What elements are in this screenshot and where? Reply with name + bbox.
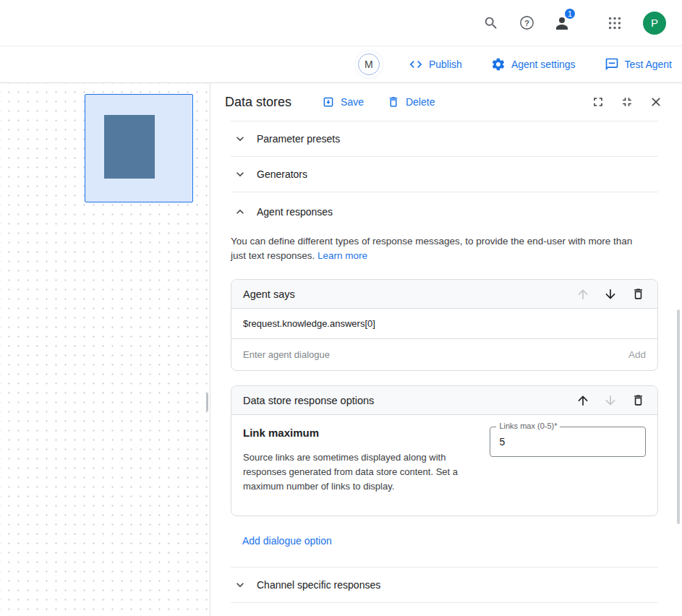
delete-card-button[interactable] — [624, 387, 652, 414]
search-button[interactable] — [477, 9, 506, 38]
fullscreen-button[interactable] — [584, 87, 613, 116]
notification-badge: 1 — [563, 7, 576, 20]
test-agent-label: Test Agent — [625, 59, 672, 70]
panel-scrollbar[interactable] — [677, 309, 680, 524]
links-max-label: Links max (0-5)* — [496, 422, 560, 430]
flow-page-node-preview — [104, 115, 155, 179]
google-apps-button[interactable] — [600, 9, 629, 38]
move-up-button[interactable] — [569, 387, 597, 414]
chevron-down-icon — [233, 578, 247, 592]
link-maximum-description: Source links are sometimes displayed alo… — [243, 450, 482, 494]
agent-responses-content: You can define different types of respon… — [231, 234, 658, 568]
delete-card-button[interactable] — [624, 281, 652, 308]
data-store-options-body: Link maximum Source links are sometimes … — [231, 415, 657, 516]
chevron-up-icon — [233, 205, 247, 219]
trash-icon — [631, 393, 645, 407]
panel-header: Data stores Save Delete — [210, 83, 682, 121]
arrow-down-icon — [603, 287, 618, 301]
arrow-up-icon — [576, 287, 590, 301]
close-panel-button[interactable] — [641, 87, 670, 116]
collapse-button[interactable] — [613, 87, 641, 116]
arrow-down-icon — [603, 393, 618, 408]
chevron-down-icon — [233, 132, 247, 146]
save-label: Save — [341, 96, 364, 108]
move-down-button[interactable] — [597, 281, 624, 308]
delete-button[interactable]: Delete — [387, 95, 435, 108]
gear-icon — [491, 57, 506, 72]
section-label: Channel specific responses — [257, 579, 380, 591]
section-generators[interactable]: Generators — [231, 157, 658, 192]
fullscreen-exit-icon — [620, 95, 634, 109]
agent-settings-button[interactable]: Agent settings — [491, 57, 576, 72]
section-label: Agent responses — [257, 206, 333, 218]
search-icon — [483, 15, 499, 31]
agent-toolbar: M Publish Agent settings Test Agent — [0, 46, 682, 83]
section-channel-specific-responses[interactable]: Channel specific responses — [231, 568, 658, 603]
trash-icon — [631, 287, 645, 301]
publish-button[interactable]: Publish — [409, 57, 462, 72]
move-up-button[interactable] — [569, 281, 597, 308]
top-app-bar: ? 1 P — [0, 0, 682, 46]
panel-title: Data stores — [225, 95, 291, 110]
publish-label: Publish — [429, 59, 462, 70]
help-button[interactable]: ? — [512, 9, 541, 38]
data-store-options-header: Data store response options — [231, 386, 657, 415]
close-icon — [649, 95, 663, 109]
move-down-button[interactable] — [597, 387, 624, 414]
flow-page-node[interactable] — [85, 94, 193, 202]
add-dialogue-option-link[interactable]: Add dialogue option — [242, 535, 332, 547]
apps-grid-icon — [607, 15, 623, 31]
account-avatar-button[interactable]: P — [640, 9, 669, 38]
agent-says-header: Agent says — [231, 280, 657, 309]
description-text: You can define different types of respon… — [231, 236, 632, 261]
data-stores-panel: Data stores Save Delete — [210, 83, 682, 616]
chat-icon — [605, 57, 619, 72]
links-max-field: Links max (0-5)* — [490, 427, 646, 457]
code-icon — [409, 57, 423, 72]
link-maximum-heading: Link maximum — [243, 427, 490, 439]
agent-dialogue-input-row: Add — [231, 339, 657, 370]
main-area: Data stores Save Delete — [0, 83, 682, 616]
flow-canvas[interactable] — [0, 83, 210, 616]
panel-resize-handle[interactable] — [206, 393, 208, 411]
panel-body: Parameter presets Generators Agent respo… — [210, 121, 682, 603]
save-button[interactable]: Save — [322, 95, 364, 108]
svg-text:?: ? — [524, 19, 529, 27]
links-max-input[interactable] — [490, 427, 645, 456]
agent-dialogue-value[interactable]: $request.knowledge.answers[0] — [231, 309, 657, 339]
section-agent-responses[interactable]: Agent responses — [231, 192, 658, 231]
chevron-down-icon — [233, 167, 247, 181]
learn-more-link[interactable]: Learn more — [317, 250, 367, 261]
card-title: Agent says — [243, 288, 569, 300]
flow-avatar[interactable]: M — [358, 54, 380, 75]
help-icon: ? — [519, 14, 535, 31]
fullscreen-icon — [591, 95, 605, 109]
section-label: Parameter presets — [257, 133, 340, 145]
notifications-button[interactable]: 1 — [547, 9, 576, 38]
arrow-up-icon — [576, 393, 590, 408]
section-parameter-presets[interactable]: Parameter presets — [231, 121, 658, 157]
save-icon — [322, 95, 335, 108]
panel-header-icons — [584, 87, 670, 116]
data-store-options-card: Data store response options — [231, 385, 658, 516]
add-dialogue-button[interactable]: Add — [628, 349, 646, 360]
agent-responses-description: You can define different types of respon… — [231, 234, 650, 263]
agent-settings-label: Agent settings — [511, 59, 576, 70]
account-avatar: P — [643, 12, 666, 35]
card-title: Data store response options — [243, 395, 569, 406]
trash-icon — [387, 95, 400, 108]
section-label: Generators — [257, 168, 307, 180]
test-agent-button[interactable]: Test Agent — [605, 57, 672, 72]
delete-label: Delete — [406, 96, 435, 108]
agent-dialogue-input[interactable] — [243, 349, 628, 360]
agent-says-card: Agent says — [231, 279, 658, 371]
